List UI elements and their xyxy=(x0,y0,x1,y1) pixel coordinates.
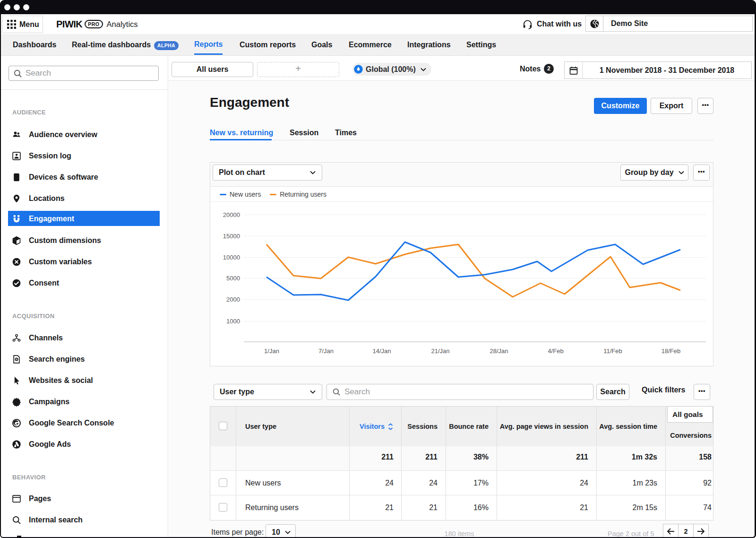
svg-text:28/Jan: 28/Jan xyxy=(490,347,508,355)
svg-text:11/Feb: 11/Feb xyxy=(603,347,622,355)
svg-text:4/Feb: 4/Feb xyxy=(548,347,563,355)
svg-text:1000: 1000 xyxy=(226,318,240,325)
svg-text:21/Jan: 21/Jan xyxy=(431,347,449,355)
svg-text:20000: 20000 xyxy=(223,211,240,218)
svg-text:5000: 5000 xyxy=(226,275,240,282)
svg-text:18/Feb: 18/Feb xyxy=(662,347,680,355)
svg-text:1/Jan: 1/Jan xyxy=(264,347,279,355)
svg-text:15000: 15000 xyxy=(223,233,240,240)
svg-text:10000: 10000 xyxy=(223,254,240,261)
svg-text:2000: 2000 xyxy=(226,296,240,303)
svg-text:7/Jan: 7/Jan xyxy=(318,347,334,355)
svg-text:14/Jan: 14/Jan xyxy=(372,347,391,355)
